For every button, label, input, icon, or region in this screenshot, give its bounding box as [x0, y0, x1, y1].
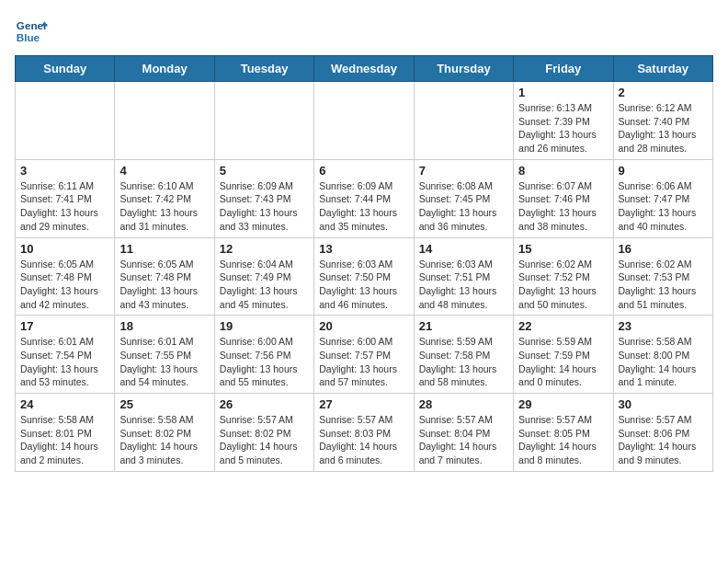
day-header-wednesday: Wednesday [314, 56, 414, 82]
day-number: 9 [619, 164, 708, 178]
day-number: 24 [20, 397, 109, 411]
calendar-cell: 1Sunrise: 6:13 AM Sunset: 7:39 PM Daylig… [514, 82, 613, 160]
day-number: 12 [220, 242, 309, 256]
day-number: 22 [518, 319, 608, 333]
cell-content: Sunrise: 6:09 AM Sunset: 7:43 PM Dayligh… [220, 179, 309, 234]
cell-content: Sunrise: 6:12 AM Sunset: 7:40 PM Dayligh… [619, 101, 708, 155]
cell-content: Sunrise: 5:57 AM Sunset: 8:04 PM Dayligh… [419, 413, 508, 467]
day-header-thursday: Thursday [414, 56, 513, 82]
calendar-cell: 21Sunrise: 5:59 AM Sunset: 7:58 PM Dayli… [414, 316, 513, 394]
day-number: 14 [419, 242, 508, 256]
day-number: 7 [419, 164, 508, 178]
calendar-cell: 11Sunrise: 6:05 AM Sunset: 7:48 PM Dayli… [115, 237, 214, 316]
week-row-1: 1Sunrise: 6:13 AM Sunset: 7:39 PM Daylig… [16, 82, 713, 160]
day-number: 30 [619, 397, 708, 411]
cell-content: Sunrise: 5:57 AM Sunset: 8:05 PM Dayligh… [518, 413, 608, 467]
day-number: 3 [20, 164, 109, 178]
logo: General Blue [15, 15, 48, 48]
day-number: 18 [119, 319, 209, 333]
cell-content: Sunrise: 6:06 AM Sunset: 7:47 PM Dayligh… [619, 179, 708, 234]
calendar-cell: 18Sunrise: 6:01 AM Sunset: 7:55 PM Dayli… [115, 316, 214, 394]
calendar-cell [414, 82, 513, 160]
day-number: 5 [220, 164, 309, 178]
day-number: 15 [518, 242, 608, 256]
calendar-cell: 13Sunrise: 6:03 AM Sunset: 7:50 PM Dayli… [314, 237, 414, 316]
week-row-5: 24Sunrise: 5:58 AM Sunset: 8:01 PM Dayli… [16, 394, 713, 472]
cell-content: Sunrise: 6:07 AM Sunset: 7:46 PM Dayligh… [518, 179, 608, 234]
cell-content: Sunrise: 6:08 AM Sunset: 7:45 PM Dayligh… [419, 179, 508, 234]
calendar-cell: 12Sunrise: 6:04 AM Sunset: 7:49 PM Dayli… [214, 237, 313, 316]
cell-content: Sunrise: 5:59 AM Sunset: 7:58 PM Dayligh… [419, 335, 508, 389]
logo-icon: General Blue [15, 15, 48, 48]
week-row-3: 10Sunrise: 6:05 AM Sunset: 7:48 PM Dayli… [16, 237, 713, 316]
cell-content: Sunrise: 5:59 AM Sunset: 7:59 PM Dayligh… [518, 335, 608, 389]
day-number: 13 [319, 242, 408, 256]
cell-content: Sunrise: 6:05 AM Sunset: 7:48 PM Dayligh… [20, 258, 109, 312]
cell-content: Sunrise: 5:58 AM Sunset: 8:01 PM Dayligh… [20, 413, 109, 467]
cell-content: Sunrise: 5:57 AM Sunset: 8:02 PM Dayligh… [220, 413, 309, 467]
calendar-cell: 28Sunrise: 5:57 AM Sunset: 8:04 PM Dayli… [414, 394, 513, 472]
svg-text:Blue: Blue [17, 31, 40, 43]
day-number: 20 [319, 319, 408, 333]
cell-content: Sunrise: 6:00 AM Sunset: 7:57 PM Dayligh… [319, 335, 408, 389]
calendar-cell: 3Sunrise: 6:11 AM Sunset: 7:41 PM Daylig… [16, 159, 115, 237]
calendar-cell: 2Sunrise: 6:12 AM Sunset: 7:40 PM Daylig… [613, 82, 712, 160]
day-number: 29 [518, 397, 608, 411]
day-number: 2 [619, 86, 708, 99]
cell-content: Sunrise: 6:01 AM Sunset: 7:54 PM Dayligh… [20, 335, 109, 389]
calendar-cell: 29Sunrise: 5:57 AM Sunset: 8:05 PM Dayli… [514, 394, 613, 472]
cell-content: Sunrise: 6:09 AM Sunset: 7:44 PM Dayligh… [319, 179, 408, 234]
day-header-tuesday: Tuesday [214, 56, 313, 82]
day-number: 8 [518, 164, 608, 178]
day-number: 16 [619, 242, 708, 256]
calendar-cell: 20Sunrise: 6:00 AM Sunset: 7:57 PM Dayli… [314, 316, 414, 394]
calendar-cell: 22Sunrise: 5:59 AM Sunset: 7:59 PM Dayli… [514, 316, 613, 394]
cell-content: Sunrise: 6:04 AM Sunset: 7:49 PM Dayligh… [220, 258, 309, 312]
day-number: 6 [319, 164, 408, 178]
day-number: 1 [518, 86, 608, 99]
day-number: 4 [119, 164, 209, 178]
day-number: 23 [619, 319, 708, 333]
day-number: 27 [319, 397, 408, 411]
cell-content: Sunrise: 6:02 AM Sunset: 7:53 PM Dayligh… [619, 258, 708, 312]
calendar-cell: 25Sunrise: 5:58 AM Sunset: 8:02 PM Dayli… [115, 394, 214, 472]
cell-content: Sunrise: 6:11 AM Sunset: 7:41 PM Dayligh… [20, 179, 109, 234]
cell-content: Sunrise: 6:03 AM Sunset: 7:51 PM Dayligh… [419, 258, 508, 312]
calendar-cell: 27Sunrise: 5:57 AM Sunset: 8:03 PM Dayli… [314, 394, 414, 472]
calendar-cell: 30Sunrise: 5:57 AM Sunset: 8:06 PM Dayli… [613, 394, 712, 472]
cell-content: Sunrise: 5:57 AM Sunset: 8:03 PM Dayligh… [319, 413, 408, 467]
cell-content: Sunrise: 6:02 AM Sunset: 7:52 PM Dayligh… [518, 258, 608, 312]
calendar-cell [214, 82, 313, 160]
day-number: 21 [419, 319, 508, 333]
calendar-cell: 23Sunrise: 5:58 AM Sunset: 8:00 PM Dayli… [613, 316, 712, 394]
calendar-cell: 17Sunrise: 6:01 AM Sunset: 7:54 PM Dayli… [16, 316, 115, 394]
day-number: 26 [220, 397, 309, 411]
day-number: 19 [220, 319, 309, 333]
day-number: 11 [119, 242, 209, 256]
cell-content: Sunrise: 5:57 AM Sunset: 8:06 PM Dayligh… [619, 413, 708, 467]
calendar-cell: 15Sunrise: 6:02 AM Sunset: 7:52 PM Dayli… [514, 237, 613, 316]
calendar-cell [314, 82, 414, 160]
cell-content: Sunrise: 5:58 AM Sunset: 8:02 PM Dayligh… [119, 413, 209, 467]
calendar-cell: 7Sunrise: 6:08 AM Sunset: 7:45 PM Daylig… [414, 159, 513, 237]
cell-content: Sunrise: 6:05 AM Sunset: 7:48 PM Dayligh… [119, 258, 209, 312]
day-number: 17 [20, 319, 109, 333]
calendar-cell: 19Sunrise: 6:00 AM Sunset: 7:56 PM Dayli… [214, 316, 313, 394]
cell-content: Sunrise: 6:03 AM Sunset: 7:50 PM Dayligh… [319, 258, 408, 312]
day-header-sunday: Sunday [16, 56, 115, 82]
day-number: 28 [419, 397, 508, 411]
days-of-week-row: SundayMondayTuesdayWednesdayThursdayFrid… [16, 56, 713, 82]
cell-content: Sunrise: 5:58 AM Sunset: 8:00 PM Dayligh… [619, 335, 708, 389]
calendar-cell: 4Sunrise: 6:10 AM Sunset: 7:42 PM Daylig… [115, 159, 214, 237]
day-header-saturday: Saturday [613, 56, 712, 82]
day-number: 10 [20, 242, 109, 256]
calendar-table: SundayMondayTuesdayWednesdayThursdayFrid… [15, 55, 713, 472]
day-header-friday: Friday [514, 56, 613, 82]
calendar-cell: 14Sunrise: 6:03 AM Sunset: 7:51 PM Dayli… [414, 237, 513, 316]
calendar-cell [16, 82, 115, 160]
calendar-cell: 10Sunrise: 6:05 AM Sunset: 7:48 PM Dayli… [16, 237, 115, 316]
cell-content: Sunrise: 6:10 AM Sunset: 7:42 PM Dayligh… [119, 179, 209, 234]
calendar-cell: 16Sunrise: 6:02 AM Sunset: 7:53 PM Dayli… [613, 237, 712, 316]
day-number: 25 [119, 397, 209, 411]
calendar-cell: 8Sunrise: 6:07 AM Sunset: 7:46 PM Daylig… [514, 159, 613, 237]
